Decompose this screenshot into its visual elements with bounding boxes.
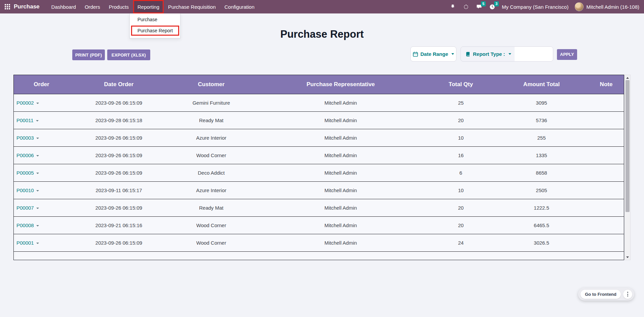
order-cell: P00006 [14, 146, 69, 164]
date-cell: 2023-09-21 06:15:16 [69, 216, 168, 234]
order-link[interactable]: P00011 [16, 117, 34, 123]
order-link[interactable]: P00008 [16, 222, 34, 228]
scrollbar-thumb[interactable] [626, 80, 630, 212]
reporting-dropdown-menu: PurchasePurchase Report [129, 13, 180, 38]
customer-cell: Gemini Furniture [168, 94, 254, 111]
order-cell: P00008 [14, 216, 69, 234]
qty-cell: 20 [427, 199, 494, 216]
apply-button[interactable]: APPLY [557, 49, 577, 60]
nav-item-reporting[interactable]: Reporting [133, 0, 164, 13]
debug-bug-icon[interactable] [449, 3, 456, 10]
order-link[interactable]: P00005 [16, 170, 34, 176]
scrollbar-down-arrow[interactable] [625, 255, 630, 259]
chevron-down-icon [451, 53, 454, 55]
representative-cell: Mitchell Admin [254, 111, 427, 129]
table-row: P000072023-09-26 06:15:09Ready MatMitche… [14, 199, 624, 216]
order-caret-icon[interactable] [36, 155, 39, 156]
amount-cell: 6465.5 [494, 216, 589, 234]
amount-cell: 8658 [494, 164, 589, 181]
menu-item-purchase-report[interactable]: Purchase Report [131, 26, 179, 36]
order-caret-icon[interactable] [36, 173, 39, 174]
order-caret-icon[interactable] [36, 208, 39, 209]
order-caret-icon[interactable] [36, 103, 39, 104]
date-cell: 2023-09-26 06:15:09 [69, 199, 168, 216]
table-row: P000102023-09-11 06:15:17Azure InteriorM… [14, 181, 624, 199]
nav-item-orders[interactable]: Orders [80, 0, 105, 13]
order-link[interactable]: P00002 [16, 100, 34, 106]
menu-item-purchase[interactable]: Purchase [130, 15, 180, 24]
date-cell: 2023-09-28 06:15:18 [69, 111, 168, 129]
report-type-label-area[interactable]: Report Type : [461, 47, 515, 61]
kebab-menu-button[interactable] [623, 290, 632, 299]
amount-cell: 3026.5 [494, 234, 589, 251]
systray: 5 3 My Company (San Francisco) Mitchell … [449, 2, 644, 11]
note-cell [589, 111, 624, 129]
order-link[interactable]: P00010 [16, 187, 34, 193]
note-cell [589, 199, 624, 216]
customer-cell: Azure Interior [168, 181, 254, 199]
report-type-value-field[interactable] [515, 47, 553, 61]
company-switcher[interactable]: My Company (San Francisco) [502, 4, 568, 10]
table-row-partial [14, 251, 624, 260]
customer-cell: Azure Interior [168, 129, 254, 146]
customer-cell: Ready Mat [168, 111, 254, 129]
nav-item-configuration[interactable]: Configuration [220, 0, 259, 13]
column-header-purchase-representative: Purchase Representative [254, 75, 427, 94]
loading-spinner-icon[interactable] [462, 3, 469, 10]
amount-cell: 1222.5 [494, 199, 589, 216]
table-scrollbar[interactable] [625, 75, 631, 260]
export-xlsx-button[interactable]: EXPORT (XLSX) [107, 49, 150, 60]
nav-menu: DashboardOrdersProductsReportingPurchase… [47, 0, 259, 13]
order-caret-icon[interactable] [36, 190, 39, 191]
order-link[interactable]: P00007 [16, 205, 34, 211]
table-row: P000062023-09-26 06:15:09Wood CornerMitc… [14, 146, 624, 164]
qty-cell: 20 [427, 216, 494, 234]
representative-cell: Mitchell Admin [254, 164, 427, 181]
order-caret-icon[interactable] [36, 225, 39, 226]
order-link[interactable]: P00006 [16, 152, 34, 158]
purchase-report-table: OrderDate OrderCustomerPurchase Represen… [13, 75, 624, 260]
print-pdf-button[interactable]: PRINT (PDF) [72, 49, 105, 60]
nav-item-dashboard[interactable]: Dashboard [47, 0, 80, 13]
scrollbar-up-arrow[interactable] [625, 75, 630, 80]
customer-cell: Wood Corner [168, 234, 254, 251]
order-cell: P00010 [14, 181, 69, 199]
go-to-frontend-button[interactable]: Go to Frontend [580, 290, 621, 299]
user-avatar [575, 2, 583, 11]
representative-cell: Mitchell Admin [254, 129, 427, 146]
table-row: P000022023-09-26 06:15:09Gemini Furnitur… [14, 94, 624, 111]
activities-badge: 3 [494, 1, 499, 6]
top-nav: Purchase DashboardOrdersProductsReportin… [0, 0, 644, 13]
page-title: Purchase Report [0, 28, 644, 40]
qty-cell: 10 [427, 181, 494, 199]
customer-cell: Deco Addict [168, 164, 254, 181]
user-menu[interactable]: Mitchell Admin (16-108) [575, 2, 639, 11]
apps-grid-icon[interactable] [5, 4, 10, 9]
order-caret-icon[interactable] [36, 138, 39, 139]
nav-item-products[interactable]: Products [105, 0, 133, 13]
user-name: Mitchell Admin (16-108) [586, 4, 639, 10]
table-header-row: OrderDate OrderCustomerPurchase Represen… [14, 75, 624, 94]
report-type-dropdown[interactable]: Report Type : [460, 46, 553, 62]
order-caret-icon[interactable] [36, 120, 39, 121]
order-cell: P00003 [14, 129, 69, 146]
date-cell: 2023-09-26 06:15:09 [69, 94, 168, 111]
note-cell [589, 181, 624, 199]
messages-button[interactable]: 5 [476, 3, 482, 10]
order-caret-icon[interactable] [36, 243, 39, 244]
activities-button[interactable]: 3 [489, 3, 495, 10]
qty-cell: 16 [427, 146, 494, 164]
order-link[interactable]: P00003 [16, 135, 34, 141]
note-cell [589, 164, 624, 181]
nav-item-purchase-requisition[interactable]: Purchase Requisition [164, 0, 220, 13]
qty-cell: 20 [427, 111, 494, 129]
customer-cell: Wood Corner [168, 146, 254, 164]
date-cell: 2023-09-26 06:15:09 [69, 234, 168, 251]
table-row: P000032023-09-26 06:15:09Azure InteriorM… [14, 129, 624, 146]
order-cell: P00005 [14, 164, 69, 181]
app-brand[interactable]: Purchase [14, 3, 40, 10]
qty-cell: 25 [427, 94, 494, 111]
amount-cell: 2505 [494, 181, 589, 199]
order-link[interactable]: P00001 [16, 240, 34, 246]
date-range-dropdown[interactable]: Date Range [410, 46, 456, 62]
